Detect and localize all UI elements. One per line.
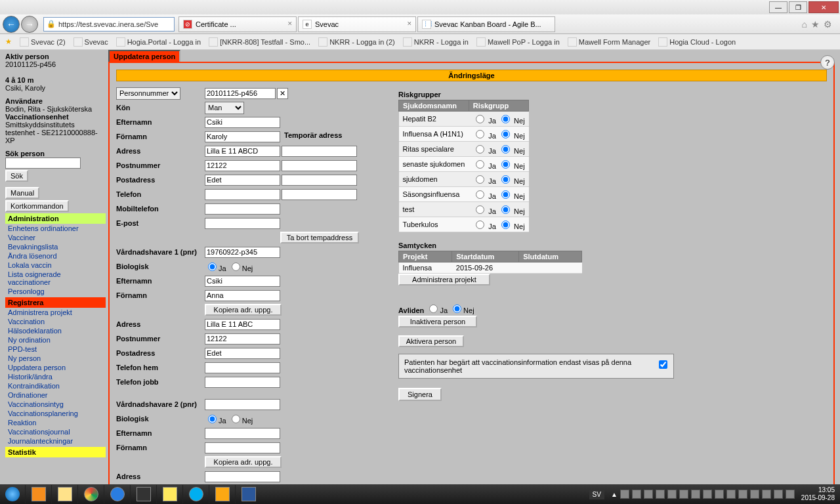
task-outlook[interactable]	[209, 485, 235, 503]
address-bar[interactable]: 🔒 https://test.svevac.inera.se/Sve	[43, 17, 175, 32]
risk-ja[interactable]	[476, 205, 484, 214]
close-button[interactable]: ✕	[808, 1, 839, 13]
kortkommandon-button[interactable]: Kortkommandon	[5, 200, 69, 212]
avliden-nej[interactable]	[453, 304, 461, 313]
tray-icon[interactable]	[679, 490, 688, 499]
tray-icon[interactable]	[774, 490, 783, 499]
v1-fornamn-input[interactable]	[205, 290, 280, 301]
menu-item[interactable]: Enhetens ordinationer	[5, 224, 106, 233]
lang-indicator[interactable]: SV	[589, 490, 604, 499]
administrera-projekt-button[interactable]: Administrera projekt	[398, 274, 490, 285]
v1-teljobb-input[interactable]	[205, 377, 280, 388]
tray-icon[interactable]	[762, 490, 771, 499]
fav-star-icon[interactable]: ★	[5, 37, 12, 46]
task-skype[interactable]	[182, 485, 209, 503]
menu-item[interactable]: Uppdatera person	[5, 363, 106, 372]
bookmark[interactable]: Svevac (2)	[20, 37, 66, 47]
bookmark[interactable]: Hogia Cloud - Logon	[658, 37, 736, 47]
v1-bio-ja[interactable]	[208, 262, 217, 271]
home-icon[interactable]: ⌂	[802, 19, 807, 30]
v1-kopiera-button[interactable]: Kopiera adr. uppg.	[205, 304, 282, 316]
menu-item[interactable]: PPD-test	[5, 345, 106, 354]
start-button[interactable]	[0, 485, 25, 503]
aktivera-button[interactable]: Aktivera person	[398, 335, 464, 347]
risk-nej[interactable]	[501, 160, 510, 169]
help-icon[interactable]: ?	[820, 55, 835, 70]
task-word[interactable]	[235, 485, 261, 503]
menu-item[interactable]: Historik/ändra	[5, 372, 106, 381]
tab-svevac[interactable]: e Svevac ✕	[298, 16, 416, 32]
v2-bio-nej[interactable]	[232, 415, 240, 423]
temp-postadr-input[interactable]	[282, 175, 357, 186]
risk-nej[interactable]	[501, 220, 510, 229]
menu-item[interactable]: Bevakningslista	[5, 242, 106, 251]
tray-icon[interactable]	[750, 490, 759, 499]
menu-item[interactable]: Ny person	[5, 354, 106, 363]
v1-postnr-input[interactable]	[205, 333, 280, 345]
efternamn-input[interactable]	[205, 117, 280, 128]
minimize-button[interactable]: —	[769, 1, 788, 13]
epost-input[interactable]	[205, 218, 280, 229]
menu-item[interactable]: Hälsodeklaration	[5, 326, 106, 335]
tools-icon[interactable]: ⚙	[824, 19, 832, 30]
menu-item[interactable]: Lista osignerade vaccinationer	[5, 270, 106, 287]
v1-telhem-input[interactable]	[205, 362, 280, 373]
tray-icon[interactable]	[620, 490, 629, 499]
tray-icon[interactable]	[786, 490, 795, 499]
bookmark[interactable]: Hogia.Portal - Logga in	[116, 37, 201, 47]
tab-certificate[interactable]: ⊘ Certificate ... ✕	[178, 16, 297, 32]
clock[interactable]: 13:05 2015-09-28	[797, 486, 835, 502]
tab-close-icon[interactable]: ✕	[287, 20, 293, 27]
inaktivera-button[interactable]: Inaktivera person	[398, 316, 477, 327]
menu-item[interactable]: Lokala vaccin	[5, 261, 106, 270]
temp-tel-input[interactable]	[282, 189, 357, 200]
tray-icon[interactable]	[715, 490, 724, 499]
sok-button[interactable]: Sök	[5, 170, 28, 182]
consent-checkbox[interactable]	[659, 360, 667, 369]
v2-kopiera-button[interactable]: Kopiera adr. uppg.	[205, 456, 282, 468]
risk-ja[interactable]	[476, 220, 484, 229]
tab-close-icon[interactable]: ✕	[407, 20, 412, 27]
back-button[interactable]: ←	[3, 16, 20, 33]
menu-item[interactable]: Journalanteckningar	[5, 436, 106, 446]
v1-adress-input[interactable]	[205, 319, 280, 330]
risk-nej[interactable]	[501, 190, 510, 199]
kon-select[interactable]: Man	[205, 102, 244, 114]
tray-icon[interactable]	[644, 490, 653, 499]
risk-nej[interactable]	[501, 175, 510, 184]
risk-nej[interactable]	[501, 115, 510, 123]
menu-item[interactable]: Reaktion	[5, 418, 106, 427]
risk-ja[interactable]	[476, 115, 484, 123]
id-type-select[interactable]: Personnummer	[116, 87, 180, 100]
postnr-input[interactable]	[205, 160, 280, 171]
manual-button[interactable]: Manual	[5, 187, 39, 199]
menu-item[interactable]: Personlogg	[5, 287, 106, 296]
menu-item[interactable]: Administrera projekt	[5, 308, 106, 317]
tray-up-icon[interactable]: ▲	[611, 491, 618, 498]
tray-icon[interactable]	[632, 490, 641, 499]
postadr-input[interactable]	[205, 175, 280, 186]
risk-ja[interactable]	[476, 175, 484, 184]
menu-item[interactable]: Ordinationer	[5, 390, 106, 400]
avliden-ja[interactable]	[429, 304, 438, 313]
menu-item[interactable]: Vaccinationsjournal	[5, 427, 106, 436]
task-mediaplayer[interactable]	[25, 485, 51, 503]
menu-item[interactable]: Vaccinationsplanering	[5, 409, 106, 418]
menu-item[interactable]: Ny ordination	[5, 335, 106, 345]
bookmark[interactable]: Svevac	[74, 37, 108, 47]
risk-nej[interactable]	[501, 130, 510, 138]
bookmark[interactable]: Mawell PoP - Logga in	[476, 37, 560, 47]
tray-icon[interactable]	[667, 490, 677, 499]
risk-ja[interactable]	[476, 160, 484, 169]
temp-adress-input[interactable]	[282, 146, 357, 157]
v2-pnr-input[interactable]	[205, 399, 280, 410]
tel-input[interactable]	[205, 189, 280, 200]
v2-efternamn-input[interactable]	[205, 428, 280, 439]
adress-input[interactable]	[205, 146, 280, 157]
maximize-button[interactable]: ❐	[789, 1, 807, 13]
menu-item[interactable]: Ändra lösenord	[5, 251, 106, 261]
task-explorer[interactable]	[51, 485, 77, 503]
v1-efternamn-input[interactable]	[205, 276, 280, 287]
v2-fornamn-input[interactable]	[205, 442, 280, 453]
mobil-input[interactable]	[205, 203, 280, 215]
